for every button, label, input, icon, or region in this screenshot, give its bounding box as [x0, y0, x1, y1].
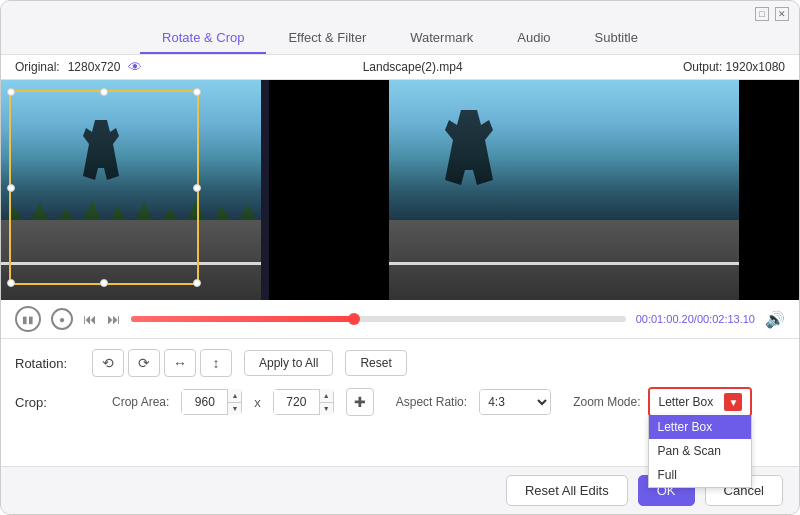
crop-move-button[interactable]: ✚ [346, 388, 374, 416]
road-right [389, 220, 739, 300]
flip-h-button[interactable]: ↔ [164, 349, 196, 377]
preview-area [1, 80, 799, 300]
zoom-mode-label: Zoom Mode: [573, 395, 640, 409]
crop-handle-tl[interactable] [7, 88, 15, 96]
stop-button[interactable]: ● [51, 308, 73, 330]
zoom-dropdown-arrow-icon: ▼ [724, 393, 742, 411]
controls-section: Rotation: ⟲ ⟳ ↔ ↕ Apply to All Reset Cro… [1, 339, 799, 466]
rotate-ccw-button[interactable]: ⟲ [92, 349, 124, 377]
crop-handle-br[interactable] [193, 279, 201, 287]
video-divider [261, 80, 269, 300]
volume-icon[interactable]: 🔊 [765, 310, 785, 329]
rotation-label: Rotation: [15, 356, 80, 371]
original-label: Original: [15, 60, 60, 74]
tab-watermark[interactable]: Watermark [388, 23, 495, 54]
original-value: 1280x720 [68, 60, 121, 74]
eye-icon[interactable]: 👁 [128, 59, 142, 75]
letterbox-left [269, 80, 389, 300]
zoom-mode-section: Zoom Mode: Letter Box ▼ Letter Box Pan &… [573, 387, 752, 417]
progress-thumb[interactable] [348, 313, 360, 325]
height-spinners: ▲ ▼ [319, 389, 333, 415]
height-down-button[interactable]: ▼ [320, 403, 333, 416]
zoom-mode-dropdown-wrapper: Letter Box ▼ Letter Box Pan & Scan Full [648, 387, 752, 417]
apply-all-button[interactable]: Apply to All [244, 350, 333, 376]
playback-bar: ▮▮ ● ⏮ ⏭ 00:01:00.20/00:02:13.10 🔊 [1, 300, 799, 339]
rotation-buttons: ⟲ ⟳ ↔ ↕ [92, 349, 232, 377]
tab-effect-filter[interactable]: Effect & Filter [266, 23, 388, 54]
reset-all-edits-button[interactable]: Reset All Edits [506, 475, 628, 506]
pause-button[interactable]: ▮▮ [15, 306, 41, 332]
width-spinners: ▲ ▼ [227, 389, 241, 415]
main-window: □ ✕ Rotate & Crop Effect & Filter Waterm… [0, 0, 800, 515]
progress-bar[interactable] [131, 316, 626, 322]
reset-button[interactable]: Reset [345, 350, 406, 376]
crop-handle-tm[interactable] [100, 88, 108, 96]
skip-back-button[interactable]: ⏮ [83, 311, 97, 327]
tab-rotate-crop[interactable]: Rotate & Crop [140, 23, 266, 54]
output-label: Output: [683, 60, 722, 74]
aspect-ratio-label: Aspect Ratio: [396, 395, 467, 409]
crop-handle-tr[interactable] [193, 88, 201, 96]
crop-handle-ml[interactable] [7, 184, 15, 192]
zoom-option-letter-box[interactable]: Letter Box [649, 415, 751, 439]
crop-height-input[interactable] [274, 390, 319, 414]
road-line-right [389, 262, 739, 265]
letterbox-right [739, 80, 799, 300]
close-button[interactable]: ✕ [775, 7, 789, 21]
crop-width-input-group: ▲ ▼ [181, 389, 242, 415]
crop-overlay[interactable] [9, 90, 199, 285]
width-up-button[interactable]: ▲ [228, 389, 241, 403]
video-preview-left [1, 80, 261, 300]
rotation-row: Rotation: ⟲ ⟳ ↔ ↕ Apply to All Reset [15, 349, 785, 377]
time-total: 00:02:13.10 [697, 313, 755, 325]
tab-subtitle[interactable]: Subtitle [573, 23, 660, 54]
zoom-mode-trigger[interactable]: Letter Box ▼ [650, 389, 750, 415]
crop-label: Crop: [15, 395, 80, 410]
aspect-ratio-select[interactable]: Original 4:3 16:9 1:1 9:16 Custom [480, 390, 550, 414]
time-current: 00:01:00.20 [636, 313, 694, 325]
minimize-button[interactable]: □ [755, 7, 769, 21]
width-down-button[interactable]: ▼ [228, 403, 241, 416]
crop-handle-bm[interactable] [100, 279, 108, 287]
dimension-separator: x [254, 395, 261, 410]
crop-width-input[interactable] [182, 390, 227, 414]
zoom-mode-dropdown-list: Letter Box Pan & Scan Full [648, 415, 752, 488]
zoom-mode-selected-value: Letter Box [658, 395, 718, 409]
crop-row: Crop: Crop Area: ▲ ▼ x ▲ ▼ ✚ Aspect Rati… [15, 387, 785, 417]
tab-audio[interactable]: Audio [495, 23, 572, 54]
zoom-option-full[interactable]: Full [649, 463, 751, 487]
aspect-ratio-select-group: Original 4:3 16:9 1:1 9:16 Custom [479, 389, 551, 415]
zoom-option-pan-scan[interactable]: Pan & Scan [649, 439, 751, 463]
info-left: Original: 1280x720 👁 [15, 59, 142, 75]
video-preview-right [269, 80, 799, 300]
crop-height-input-group: ▲ ▼ [273, 389, 334, 415]
filename-display: Landscape(2).mp4 [363, 60, 463, 74]
crop-handle-bl[interactable] [7, 279, 15, 287]
skater-silhouette-right [429, 110, 509, 210]
height-up-button[interactable]: ▲ [320, 389, 333, 403]
progress-fill [131, 316, 354, 322]
flip-v-button[interactable]: ↕ [200, 349, 232, 377]
crop-area-label: Crop Area: [112, 395, 169, 409]
crop-handle-mr[interactable] [193, 184, 201, 192]
title-bar: □ ✕ [1, 1, 799, 21]
output-info: Output: 1920x1080 [683, 60, 785, 74]
skip-forward-button[interactable]: ⏭ [107, 311, 121, 327]
time-display: 00:01:00.20/00:02:13.10 [636, 313, 755, 325]
output-value: 1920x1080 [726, 60, 785, 74]
info-bar: Original: 1280x720 👁 Landscape(2).mp4 Ou… [1, 54, 799, 80]
tabs-bar: Rotate & Crop Effect & Filter Watermark … [1, 23, 799, 54]
video-content-right [389, 80, 739, 300]
rotate-cw-button[interactable]: ⟳ [128, 349, 160, 377]
